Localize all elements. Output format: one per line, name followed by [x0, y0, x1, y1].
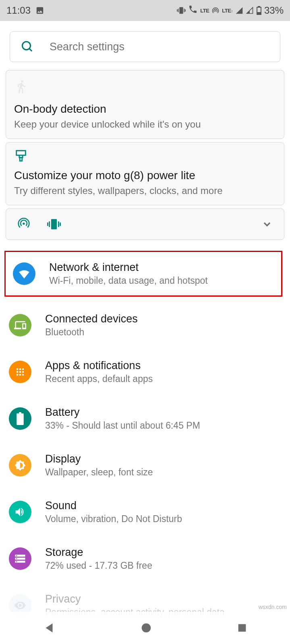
- signal-1-icon: [235, 6, 243, 14]
- svg-point-12: [16, 561, 17, 563]
- row-battery[interactable]: Battery 33% - Should last until about 6:…: [0, 395, 290, 442]
- row-subtitle: 72% used - 17.73 GB free: [45, 560, 281, 571]
- vibrate-icon: [177, 6, 186, 15]
- row-sound[interactable]: Sound Volume, vibration, Do Not Disturb: [0, 489, 290, 535]
- row-title: Privacy: [45, 593, 281, 605]
- picture-icon: [35, 6, 44, 15]
- svg-point-6: [22, 371, 24, 373]
- svg-point-11: [16, 558, 17, 559]
- row-subtitle: Volume, vibration, Do Not Disturb: [45, 514, 281, 524]
- row-title: Network & internet: [49, 261, 274, 274]
- row-title: Apps & notifications: [45, 359, 281, 372]
- svg-point-9: [22, 374, 24, 376]
- row-apps-notifications[interactable]: Apps & notifications Recent apps, defaul…: [0, 349, 290, 395]
- watermark: wsxdn.com: [259, 604, 287, 610]
- back-button[interactable]: [42, 621, 56, 635]
- settings-list: Network & internet Wi-Fi, mobile, data u…: [0, 243, 290, 629]
- wifi-icon: [13, 262, 35, 285]
- home-button[interactable]: [140, 622, 152, 634]
- status-bar: 11:03 LTE LTE↕ 33%: [0, 0, 290, 21]
- row-display[interactable]: Display Wallpaper, sleep, font size: [0, 442, 290, 489]
- search-input[interactable]: [50, 41, 269, 53]
- card-title: Customize your moto g(8) power lite: [14, 169, 276, 182]
- brightness-icon: [9, 454, 31, 477]
- svg-point-7: [17, 374, 19, 376]
- svg-point-13: [142, 623, 151, 633]
- battery-percentage: 33%: [264, 5, 284, 16]
- battery-icon: [256, 6, 262, 15]
- chevron-down-icon: [261, 219, 273, 230]
- row-storage[interactable]: Storage 72% used - 17.73 GB free: [0, 535, 290, 582]
- svg-point-4: [17, 371, 19, 373]
- row-network-internet[interactable]: Network & internet Wi-Fi, mobile, data u…: [4, 250, 283, 297]
- svg-rect-14: [238, 624, 246, 632]
- row-title: Display: [45, 453, 281, 465]
- svg-point-1: [17, 368, 19, 370]
- row-subtitle: Bluetooth: [45, 327, 281, 338]
- card-on-body-detection[interactable]: On-body detection Keep your device unloc…: [6, 70, 284, 139]
- vibration-icon: [47, 217, 61, 231]
- row-connected-devices[interactable]: Connected devices Bluetooth: [0, 302, 290, 349]
- svg-point-5: [19, 371, 21, 373]
- row-title: Sound: [45, 500, 281, 512]
- walking-person-icon: [14, 78, 29, 95]
- card-customize[interactable]: Customize your moto g(8) power lite Try …: [6, 142, 284, 205]
- search-box[interactable]: [10, 31, 280, 62]
- card-subtitle: Keep your device unlocked while it's on …: [14, 118, 276, 130]
- row-title: Storage: [45, 546, 281, 559]
- svg-point-8: [19, 374, 21, 376]
- card-title: On-body detection: [14, 103, 276, 116]
- signal-2-icon: [246, 6, 254, 14]
- svg-point-10: [16, 555, 17, 557]
- hotspot-small-icon: [211, 6, 220, 14]
- svg-point-3: [22, 368, 24, 370]
- battery-full-icon: [9, 407, 31, 430]
- clock: 11:03: [6, 5, 31, 16]
- card-subtitle: Try different styles, wallpapers, clocks…: [14, 184, 276, 197]
- row-subtitle: Wallpaper, sleep, font size: [45, 467, 281, 478]
- card-quick-toggles[interactable]: [6, 208, 284, 240]
- svg-point-2: [19, 368, 21, 370]
- recents-button[interactable]: [236, 622, 248, 634]
- row-title: Connected devices: [45, 313, 281, 325]
- paintbrush-icon: [14, 149, 28, 163]
- lte-label-2: LTE↕: [222, 8, 233, 14]
- storage-icon: [9, 547, 31, 570]
- row-subtitle: 33% - Should last until about 6:45 PM: [45, 420, 281, 431]
- navigation-bar: [0, 612, 290, 644]
- volte-call-icon: [188, 4, 198, 17]
- search-icon: [21, 41, 33, 53]
- hotspot-icon: [17, 218, 30, 231]
- apps-icon: [9, 361, 31, 383]
- lte-label-1: LTE: [200, 8, 209, 14]
- devices-icon: [9, 314, 31, 336]
- row-title: Battery: [45, 406, 281, 419]
- row-subtitle: Wi-Fi, mobile, data usage, and hotspot: [49, 275, 274, 286]
- volume-icon: [9, 501, 31, 523]
- svg-rect-0: [257, 12, 261, 14]
- row-subtitle: Recent apps, default apps: [45, 374, 281, 384]
